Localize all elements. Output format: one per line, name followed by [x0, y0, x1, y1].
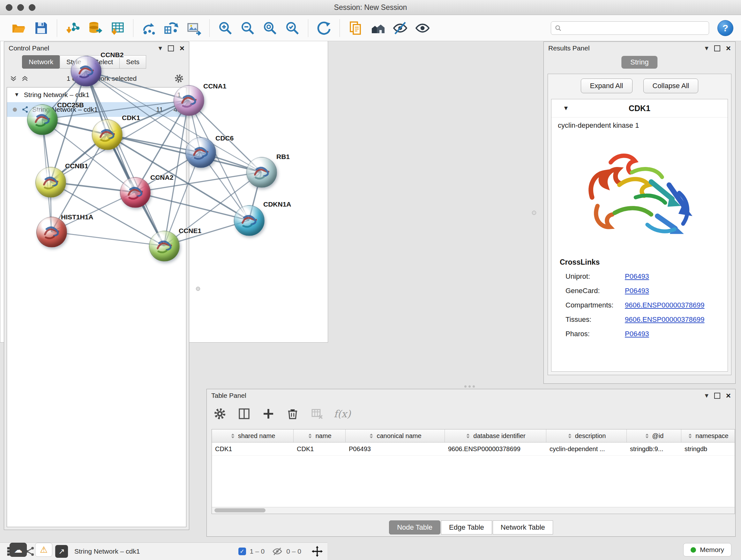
network-canvas[interactable]: CCNB2CCNA1CDC25BCDK1CDC6RB1CCNB1CCNA2CDK… — [0, 0, 327, 324]
expand-all-button[interactable]: Expand All — [581, 78, 632, 93]
network-edge[interactable] — [51, 232, 164, 246]
network-node-rb1[interactable] — [246, 157, 277, 188]
search-field[interactable] — [551, 21, 709, 35]
cell-shared-name[interactable]: CDK1 — [212, 442, 293, 455]
scrollbar-thumb[interactable] — [214, 508, 266, 512]
network-edge[interactable] — [107, 134, 261, 172]
network-edge[interactable] — [86, 71, 164, 246]
crosslink-link[interactable]: P06493 — [625, 272, 649, 281]
function-builder-button[interactable]: f(x) — [334, 408, 351, 420]
splitter-handle[interactable] — [196, 287, 200, 291]
crosslink-link[interactable]: 9606.ENSP00000378699 — [625, 301, 704, 309]
tab-edge-table[interactable]: Edge Table — [441, 520, 492, 535]
table-row[interactable]: CDK1 CDK1 P06493 9606.ENSP00000378699 cy… — [212, 442, 735, 455]
column-header[interactable]: shared name — [212, 429, 293, 442]
panel-menu-icon[interactable]: ▾ — [705, 392, 709, 399]
cell-canonical-name[interactable]: P06493 — [346, 442, 445, 455]
sort-icon — [687, 433, 693, 439]
tab-network-table[interactable]: Network Table — [493, 520, 553, 535]
sort-icon — [307, 433, 313, 439]
memory-status-dot-icon — [690, 547, 696, 553]
table-options-button[interactable] — [212, 407, 227, 421]
column-header[interactable]: description — [546, 429, 627, 442]
home-button[interactable] — [368, 18, 387, 38]
memory-button[interactable]: Memory — [683, 543, 731, 557]
crosslink-label: Uniprot: — [565, 272, 625, 281]
network-node-cdc25b[interactable] — [27, 105, 58, 135]
crosslink-row: Uniprot: P06493 — [551, 269, 728, 284]
delete-table-icon — [311, 408, 323, 420]
sort-icon — [368, 433, 374, 439]
warnings-button[interactable]: ⚠ — [35, 543, 52, 557]
column-header[interactable]: namespace — [681, 429, 735, 442]
results-panel: Results Panel ▾ × String Expand All Coll… — [543, 42, 736, 384]
crosslink-link[interactable]: 9606.ENSP00000378699 — [625, 315, 704, 324]
cell-description[interactable]: cyclin-dependent ... — [546, 442, 627, 455]
panel-menu-icon[interactable]: ▾ — [705, 45, 709, 52]
gene-card: ▼ CDK1 cyclin-dependent kinase 1 — [551, 99, 728, 372]
sort-icon — [644, 433, 650, 439]
network-node-ccne1[interactable] — [149, 231, 180, 261]
crosslink-row: Tissues: 9606.ENSP00000378699 — [551, 312, 728, 327]
splitter-handle[interactable] — [532, 211, 536, 215]
gene-expander-icon[interactable]: ▼ — [563, 105, 569, 112]
network-node-ccna2[interactable] — [120, 177, 151, 208]
network-node-label: CCNB1 — [65, 162, 88, 170]
network-node-label: RB1 — [276, 153, 290, 161]
eye-slash-icon — [393, 20, 408, 36]
splitter-grip[interactable] — [464, 385, 475, 388]
cell-database-identifier[interactable]: 9606.ENSP00000378699 — [445, 442, 546, 455]
network-node-label: CDC25B — [57, 101, 84, 109]
node-table: shared name name canonical name database… — [212, 429, 735, 514]
crosslink-link[interactable]: P06493 — [625, 330, 649, 338]
cell-id[interactable]: stringdb:9... — [627, 442, 681, 455]
close-panel-icon[interactable]: × — [726, 44, 731, 52]
crosslink-label: Tissues: — [565, 315, 625, 324]
help-button[interactable]: ? — [718, 20, 733, 36]
float-panel-icon[interactable] — [714, 393, 720, 399]
table-toolbar: f(x) — [212, 402, 351, 425]
show-graphics-details-button[interactable] — [413, 18, 432, 38]
delete-table-button-disabled — [310, 407, 324, 421]
document-button[interactable] — [346, 18, 365, 38]
column-header[interactable]: name — [293, 429, 346, 442]
gear-icon — [213, 408, 226, 420]
network-node-ccnb1[interactable] — [36, 167, 66, 198]
results-panel-title: Results Panel — [548, 44, 590, 52]
network-node-cdkn1a[interactable] — [234, 205, 265, 236]
column-header[interactable]: canonical name — [346, 429, 445, 442]
column-header[interactable]: @id — [627, 429, 681, 442]
hide-graphics-details-button[interactable] — [391, 18, 409, 38]
sort-icon — [230, 433, 235, 439]
tab-string[interactable]: String — [621, 56, 657, 69]
sort-icon — [567, 433, 572, 439]
delete-column-button[interactable] — [285, 407, 300, 421]
network-edge[interactable] — [86, 71, 189, 100]
crosslink-label: Pharos: — [565, 330, 625, 338]
cell-name[interactable]: CDK1 — [293, 442, 346, 455]
horizontal-scrollbar[interactable] — [212, 507, 735, 514]
memory-label: Memory — [700, 546, 724, 554]
search-input[interactable] — [564, 24, 705, 32]
cell-namespace[interactable]: stringdb — [681, 442, 735, 455]
create-column-button[interactable] — [261, 407, 276, 421]
network-view: CCNB2CCNA1CDC25BCDK1CDC6RB1CCNB1CCNA2CDK… — [0, 0, 328, 343]
network-node-ccnb2[interactable] — [71, 56, 102, 86]
column-header[interactable]: database identifier — [445, 429, 546, 442]
gene-name: CDK1 — [551, 104, 728, 113]
crosslink-link[interactable]: P06493 — [625, 287, 649, 295]
tab-node-table[interactable]: Node Table — [389, 520, 441, 535]
close-panel-icon[interactable]: × — [726, 391, 731, 400]
network-node-hist1h1a[interactable] — [37, 217, 67, 247]
show-columns-button[interactable] — [237, 407, 252, 421]
network-node-cdc6[interactable] — [185, 137, 216, 168]
network-node-label: CCNB2 — [100, 51, 124, 59]
network-node-cdk1[interactable] — [92, 119, 123, 150]
columns-icon — [238, 408, 251, 420]
cloud-services-button[interactable]: ☁ — [10, 543, 27, 557]
network-node-label: CDKN1A — [263, 200, 291, 208]
float-panel-icon[interactable] — [714, 45, 720, 51]
collapse-all-button[interactable]: Collapse All — [643, 78, 698, 93]
network-node-label: CDC6 — [215, 134, 233, 142]
network-node-ccna1[interactable] — [174, 85, 204, 116]
